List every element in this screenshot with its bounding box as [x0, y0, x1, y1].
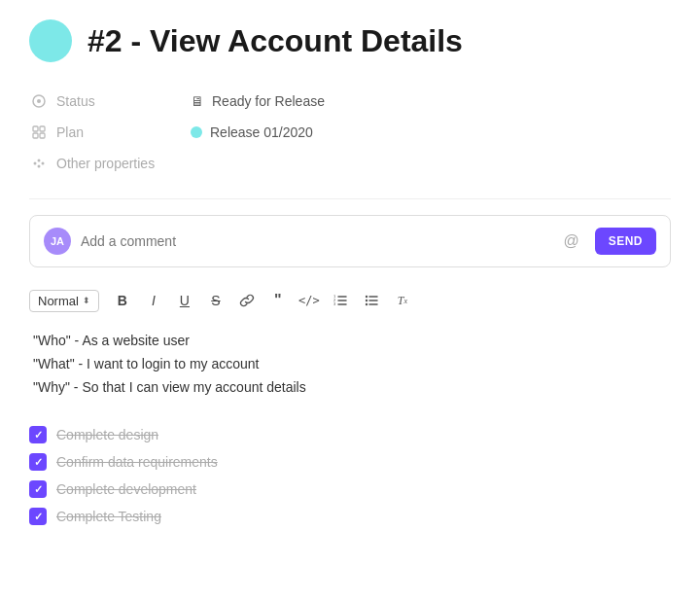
check-icon-4: ✓	[34, 511, 43, 523]
plan-value: Release 01/2020	[191, 124, 313, 140]
checklist-item[interactable]: ✓ Complete design	[29, 426, 671, 443]
svg-rect-3	[40, 126, 45, 131]
checkbox-2[interactable]: ✓	[29, 453, 47, 471]
plan-label: Plan	[56, 124, 183, 140]
content-area: "Who" - As a website user "What" - I wan…	[29, 330, 671, 399]
other-properties-label: Other properties	[56, 156, 183, 171]
check-icon-1: ✓	[34, 429, 43, 442]
plan-icon	[29, 123, 49, 142]
status-icon	[29, 91, 49, 111]
svg-point-16	[366, 296, 368, 298]
checklist-label-3: Complete development	[56, 481, 196, 497]
divider	[29, 198, 671, 199]
code-button[interactable]: </>	[296, 287, 323, 314]
svg-rect-4	[33, 133, 38, 138]
link-button[interactable]	[233, 287, 261, 314]
checklist-label-4: Complete Testing	[56, 509, 161, 524]
italic-button[interactable]: I	[140, 287, 167, 314]
style-select-chevron: ⬍	[83, 296, 90, 305]
checklist-item[interactable]: ✓ Complete development	[29, 480, 671, 498]
style-select-label: Normal	[38, 294, 79, 308]
status-value: 🖥 Ready for Release	[191, 93, 325, 109]
status-row[interactable]: Status 🖥 Ready for Release	[29, 86, 671, 117]
unordered-list-button[interactable]	[358, 287, 385, 314]
svg-rect-5	[40, 133, 45, 138]
svg-point-8	[42, 162, 45, 165]
checklist-item[interactable]: ✓ Confirm data requirements	[29, 453, 671, 471]
svg-point-20	[366, 303, 368, 305]
svg-point-1	[37, 99, 41, 103]
properties-section: Status 🖥 Ready for Release Plan Release …	[29, 86, 671, 179]
checklist-label-2: Confirm data requirements	[56, 454, 218, 470]
other-properties-icon	[29, 154, 49, 173]
strikethrough-button[interactable]: S	[202, 287, 229, 314]
style-select[interactable]: Normal ⬍	[29, 290, 99, 312]
plan-value-text: Release 01/2020	[210, 124, 313, 140]
page-header: #2 - View Account Details	[29, 19, 671, 62]
ordered-list-button[interactable]: 1 2 3	[327, 287, 354, 314]
check-icon-2: ✓	[34, 456, 43, 469]
page-title: #2 - View Account Details	[88, 23, 463, 59]
svg-point-18	[366, 300, 368, 301]
bold-button[interactable]: B	[109, 287, 136, 314]
comment-box: JA @ SEND	[29, 215, 671, 267]
svg-rect-2	[33, 126, 38, 131]
checkbox-4[interactable]: ✓	[29, 508, 47, 525]
send-button[interactable]: SEND	[595, 228, 656, 255]
other-properties-row[interactable]: Other properties	[29, 148, 671, 179]
checkbox-3[interactable]: ✓	[29, 480, 47, 498]
checklist-item[interactable]: ✓ Complete Testing	[29, 508, 671, 525]
at-symbol: @	[563, 232, 578, 250]
content-line-2: "What" - I want to login to my account	[33, 353, 671, 376]
content-line-3: "Why" - So that I can view my account de…	[33, 376, 671, 400]
content-line-1: "Who" - As a website user	[33, 330, 671, 353]
status-value-icon: 🖥	[191, 93, 204, 109]
checkbox-1[interactable]: ✓	[29, 426, 47, 443]
svg-point-9	[38, 165, 41, 168]
clear-format-button[interactable]: Tx	[389, 287, 416, 314]
plan-row[interactable]: Plan Release 01/2020	[29, 117, 671, 148]
editor-toolbar: Normal ⬍ B I U S " </> 1 2 3 Tx	[29, 287, 671, 314]
svg-point-6	[34, 162, 37, 165]
quote-button[interactable]: "	[264, 287, 292, 314]
checklist-label-1: Complete design	[56, 427, 158, 442]
status-value-text: Ready for Release	[212, 93, 325, 109]
comment-input[interactable]	[81, 233, 553, 249]
svg-text:3: 3	[333, 301, 336, 306]
checklist: ✓ Complete design ✓ Confirm data require…	[29, 426, 671, 525]
avatar: JA	[44, 228, 71, 255]
header-dot	[29, 19, 72, 62]
check-icon-3: ✓	[34, 483, 43, 496]
svg-point-7	[38, 159, 41, 162]
status-label: Status	[56, 93, 183, 109]
plan-dot	[191, 126, 202, 138]
underline-button[interactable]: U	[171, 287, 198, 314]
